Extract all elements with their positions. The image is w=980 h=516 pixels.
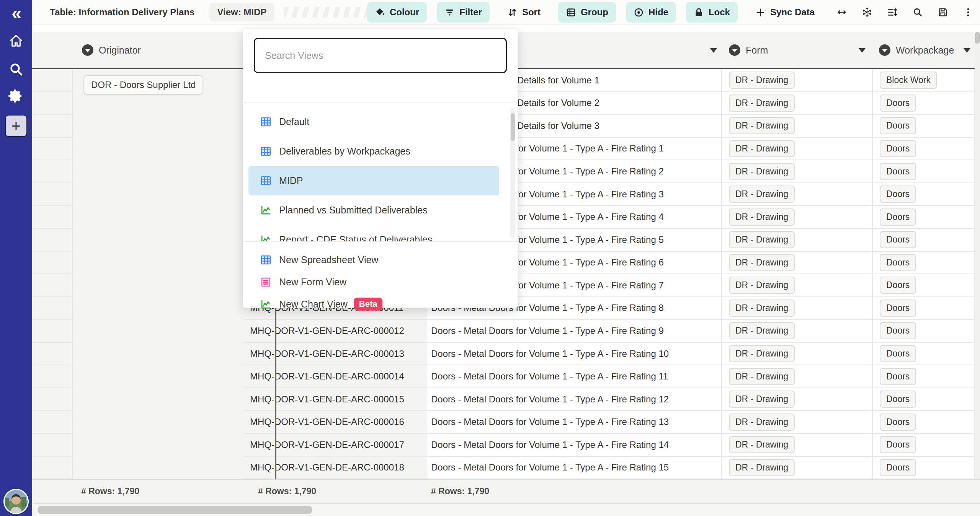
row-number-cell[interactable] [32,69,73,92]
row-number-cell[interactable] [32,252,73,275]
row-number-cell[interactable] [32,92,73,115]
form-cell[interactable]: DR - Drawing [722,297,873,320]
workpackage-cell[interactable]: Doors [873,457,975,480]
form-cell[interactable]: DR - Drawing [722,229,873,252]
originator-cell[interactable] [73,343,244,366]
originator-cell[interactable] [73,92,244,115]
row-number-cell[interactable] [32,183,73,206]
row-number-cell[interactable] [32,160,73,183]
workpackage-cell[interactable]: Doors [873,252,975,275]
originator-cell[interactable] [73,183,244,206]
description-cell[interactable]: Doors - Metal Doors for Volume 1 - Type … [426,434,722,457]
originator-cell[interactable] [73,457,244,480]
kebab-menu-icon[interactable] [962,7,974,18]
row-number-cell[interactable] [32,365,73,388]
row-number-cell[interactable] [32,320,73,343]
description-cell[interactable]: Doors - Metal Doors for Volume 1 - Type … [426,457,722,480]
workpackage-cell[interactable]: Doors [873,411,975,434]
workpackage-cell[interactable]: Doors [873,274,975,297]
originator-cell[interactable] [73,388,244,411]
workpackage-cell[interactable]: Doors [873,92,975,115]
workpackage-cell[interactable]: Doors [873,160,975,183]
form-cell[interactable]: DR - Drawing [722,115,873,138]
save-icon[interactable] [937,7,949,18]
search-icon[interactable] [912,7,923,18]
form-cell[interactable]: DR - Drawing [722,320,873,343]
home-icon[interactable] [0,33,32,49]
user-avatar[interactable] [3,489,29,514]
row-number-cell[interactable] [32,388,73,411]
originator-cell[interactable] [73,252,244,275]
description-cell[interactable]: Doors - Metal Doors for Volume 1 - Type … [426,388,722,411]
search-views-input[interactable] [254,38,507,73]
workpackage-cell[interactable]: Doors [873,365,975,388]
form-cell[interactable]: DR - Drawing [722,434,873,457]
description-cell[interactable]: Doors - Metal Doors for Volume 1 - Type … [426,365,722,388]
id-cell[interactable]: MHQ-DOR-V1-GEN-DE-ARC-000012 [244,320,426,343]
view-item-planned-vs-submitted-deliverables[interactable]: Planned vs Submitted Deliverables [248,195,499,225]
new-spreadsheet-view-menu-item[interactable]: New Spreadsheet View [248,249,512,271]
search-icon[interactable] [0,62,32,77]
colour-button[interactable]: Colour [367,2,427,23]
new-chart-view-menu-item[interactable]: New Chart ViewBeta [248,293,512,315]
originator-cell[interactable] [73,297,244,320]
view-item-deliverables-by-workpackages[interactable]: Deliverables by Workpackages [248,137,499,166]
originator-cell[interactable] [73,160,244,183]
form-cell[interactable]: DR - Drawing [722,183,873,206]
row-number-cell[interactable] [32,274,73,297]
workpackage-cell[interactable]: Doors [873,183,975,206]
originator-cell[interactable] [73,206,244,229]
row-number-cell[interactable] [32,115,73,138]
workpackage-cell[interactable]: Block Work [873,69,975,92]
originator-cell[interactable] [73,229,244,252]
view-list-scrollbar-thumb[interactable] [511,113,515,141]
description-cell[interactable]: Doors - Metal Doors for Volume 1 - Type … [426,411,722,434]
form-cell[interactable]: DR - Drawing [722,457,873,480]
originator-cell[interactable] [73,274,244,297]
workpackage-cell[interactable]: Doors [873,343,975,366]
originator-cell[interactable] [73,434,244,457]
originator-cell[interactable] [73,365,244,388]
description-cell[interactable]: Doors - Metal Doors for Volume 1 - Type … [426,320,722,343]
arrows-horizontal-icon[interactable] [836,7,848,18]
horizontal-scrollbar-thumb[interactable] [38,506,312,514]
workpackage-cell[interactable]: Doors [873,229,975,252]
id-cell[interactable]: MHQ-DOR-V1-GEN-DE-ARC-000015 [244,388,426,411]
form-cell[interactable]: DR - Drawing [722,365,873,388]
originator-cell[interactable] [73,115,244,138]
workpackage-cell[interactable]: Doors [873,297,975,320]
id-cell[interactable]: MHQ-DOR-V1-GEN-DE-ARC-000017 [244,434,426,457]
column-header-form[interactable]: Form [722,32,873,68]
description-cell[interactable]: Doors - Metal Doors for Volume 1 - Type … [426,343,722,366]
id-cell[interactable]: MHQ-DOR-V1-GEN-DE-ARC-000014 [244,365,426,388]
sort-button[interactable]: Sort [500,2,548,23]
add-plus-icon[interactable]: + [5,115,27,137]
view-item-default[interactable]: Default [248,107,499,137]
row-number-cell[interactable] [32,457,73,480]
form-cell[interactable]: DR - Drawing [722,69,873,92]
filter-button[interactable]: Filter [437,2,490,23]
row-number-cell[interactable] [32,229,73,252]
form-cell[interactable]: DR - Drawing [722,388,873,411]
form-cell[interactable]: DR - Drawing [722,252,873,275]
row-number-cell[interactable] [32,434,73,457]
workpackage-cell[interactable]: Doors [873,138,975,161]
originator-cell[interactable] [73,411,244,434]
form-cell[interactable]: DR - Drawing [722,206,873,229]
vertical-scrollbar-thumb[interactable] [975,32,980,44]
originator-cell[interactable] [73,138,244,161]
new-form-view-menu-item[interactable]: New Form View [248,271,512,293]
view-item-midp[interactable]: MIDP [248,166,499,195]
lock-button[interactable]: Lock [686,2,738,23]
form-cell[interactable]: DR - Drawing [722,343,873,366]
originator-cell[interactable] [73,320,244,343]
workpackage-cell[interactable]: Doors [873,320,975,343]
row-number-cell[interactable] [32,411,73,434]
view-item-report-cde-status-of-deliverables[interactable]: Report - CDE Status of Deliverables [248,225,499,242]
sync-data-button[interactable]: Sync Data [748,2,822,23]
group-button[interactable]: Group [558,2,616,23]
settings-gear-icon[interactable] [0,88,32,104]
workpackage-cell[interactable]: Doors [873,388,975,411]
row-height-icon[interactable] [887,7,898,18]
workpackage-cell[interactable]: Doors [873,115,975,138]
